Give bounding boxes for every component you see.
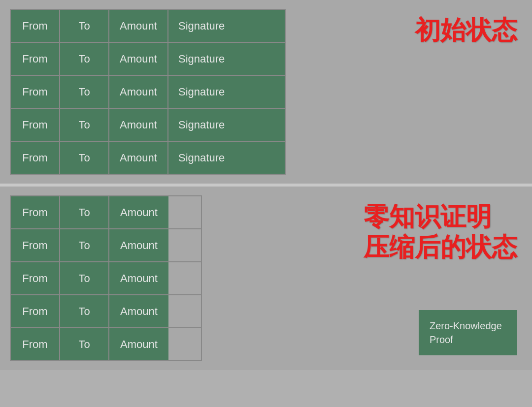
cell-from: From: [11, 76, 60, 108]
cell-to: To: [60, 142, 109, 174]
cell-to: To: [60, 262, 109, 294]
table-row: From To Amount: [10, 327, 202, 361]
table-row: From To Amount Signature: [10, 75, 286, 108]
table-row: From To Amount: [10, 261, 202, 294]
table-row: From To Amount Signature: [10, 108, 286, 141]
bottom-section: From To Amount From To Amount From To Am…: [0, 187, 532, 370]
table-row: From To Amount Signature: [10, 141, 286, 175]
top-section: From To Amount Signature From To Amount …: [0, 0, 532, 187]
cell-amount: Amount: [109, 10, 168, 42]
top-table-container: From To Amount Signature From To Amount …: [10, 9, 286, 175]
cell-amount: Amount: [109, 262, 168, 294]
cell-to: To: [60, 76, 109, 108]
cell-from: From: [11, 328, 60, 360]
cell-from: From: [11, 196, 60, 228]
cell-amount: Amount: [109, 76, 168, 108]
top-table: From To Amount Signature From To Amount …: [10, 9, 286, 175]
table-row: From To Amount: [10, 228, 202, 261]
cell-to: To: [60, 196, 109, 228]
cell-from: From: [11, 142, 60, 174]
zkp-box: Zero-Knowledge Proof: [419, 310, 517, 355]
cell-signature: Signature: [168, 76, 285, 108]
cell-to: To: [60, 10, 109, 42]
cell-from: From: [11, 262, 60, 294]
cell-signature: Signature: [168, 10, 285, 42]
cell-signature: Signature: [168, 109, 285, 141]
cell-amount: Amount: [109, 43, 168, 75]
cell-amount: Amount: [109, 295, 168, 327]
bottom-table: From To Amount From To Amount From To Am…: [10, 195, 202, 361]
cell-to: To: [60, 328, 109, 360]
cell-to: To: [60, 109, 109, 141]
cell-amount: Amount: [109, 229, 168, 261]
initial-state-label: 初始状态: [415, 15, 517, 45]
cell-to: To: [60, 43, 109, 75]
cell-from: From: [11, 295, 60, 327]
cell-amount: Amount: [109, 109, 168, 141]
cell-amount: Amount: [109, 196, 168, 228]
cell-from: From: [11, 10, 60, 42]
cell-from: From: [11, 229, 60, 261]
cell-amount: Amount: [109, 142, 168, 174]
bottom-table-container: From To Amount From To Amount From To Am…: [10, 195, 202, 361]
cell-to: To: [60, 295, 109, 327]
table-row: From To Amount: [10, 195, 202, 228]
cell-to: To: [60, 229, 109, 261]
cell-from: From: [11, 43, 60, 75]
zkp-state-label: 零知识证明 压缩后的状态: [364, 201, 517, 263]
cell-signature: Signature: [168, 43, 285, 75]
table-row: From To Amount Signature: [10, 42, 286, 75]
cell-amount: Amount: [109, 328, 168, 360]
table-row: From To Amount: [10, 294, 202, 327]
cell-from: From: [11, 109, 60, 141]
table-row: From To Amount Signature: [10, 9, 286, 42]
cell-signature: Signature: [168, 142, 285, 174]
